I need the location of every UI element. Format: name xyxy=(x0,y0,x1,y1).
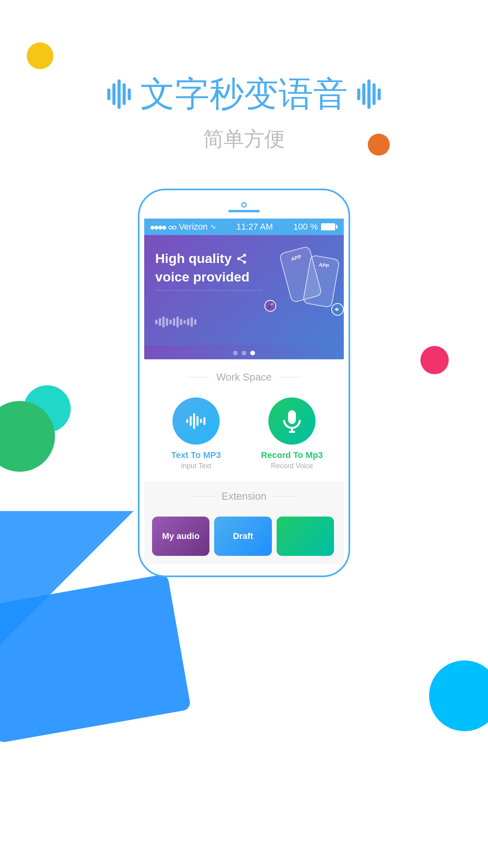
svg-rect-7 xyxy=(193,413,195,429)
extension-section: Extension My audio Draft xyxy=(144,482,344,564)
status-bar: Verizon ∿ 11:27 AM 100 % xyxy=(144,219,344,235)
signal-indicator xyxy=(150,222,176,232)
svg-rect-8 xyxy=(196,416,198,426)
status-left: Verizon ∿ xyxy=(150,222,216,232)
extension-section-title: Extension xyxy=(152,490,336,502)
workspace-section-title: Work Space xyxy=(152,371,336,383)
sound-wave-left xyxy=(107,79,131,109)
phone-mockup: Verizon ∿ 11:27 AM 100 % xyxy=(138,189,350,577)
microphone-icon xyxy=(280,409,304,433)
dot-1 xyxy=(233,351,238,355)
workspace-divider-right xyxy=(278,377,302,377)
svg-line-3 xyxy=(240,259,243,261)
extension-card-draft[interactable]: Draft xyxy=(214,517,272,556)
yellow-circle-decoration xyxy=(27,42,53,69)
extension-cards-row: My audio Draft xyxy=(152,517,336,556)
phone-speaker xyxy=(228,210,260,212)
record-to-mp3-sublabel: Record Voice xyxy=(271,462,313,470)
workspace-divider-left xyxy=(186,377,210,377)
dot-2 xyxy=(242,351,246,355)
app-headline: 文字秒变语音 xyxy=(0,71,488,118)
workspace-grid: Text To MP3 Input Text Record To Mp3 Rec… xyxy=(152,397,336,470)
svg-rect-10 xyxy=(204,417,205,425)
battery-fill xyxy=(322,224,334,230)
svg-line-4 xyxy=(240,256,243,258)
cyan-circle-decoration xyxy=(429,660,488,731)
headline-text: 文字秒变语音 xyxy=(140,71,348,118)
svg-rect-9 xyxy=(200,419,202,423)
header-subtitle: 简单方便 xyxy=(0,125,488,153)
battery-body xyxy=(321,223,335,230)
banner-text: High quality voice provided xyxy=(155,251,333,291)
extension-card-my-audio[interactable]: My audio xyxy=(152,517,209,556)
battery-icon xyxy=(321,223,338,230)
phone-top-elements xyxy=(144,202,344,212)
phone-camera xyxy=(241,202,247,208)
header-section: 文字秒变语音 简单方便 xyxy=(0,71,488,153)
share-icon xyxy=(236,253,248,265)
extension-divider-right xyxy=(273,496,296,497)
text-to-mp3-sublabel: Input Text xyxy=(181,462,211,470)
svg-point-1 xyxy=(237,257,240,260)
svg-rect-6 xyxy=(190,416,192,426)
svg-rect-5 xyxy=(186,419,188,423)
workspace-section: Work Space xyxy=(144,359,344,482)
banner-title-line2: voice provided xyxy=(155,269,333,285)
carrier-name: Verizon xyxy=(179,222,207,232)
dot-3-active xyxy=(250,351,255,355)
svg-point-0 xyxy=(243,254,246,257)
waveform-icon xyxy=(184,409,208,433)
pink-circle-decoration xyxy=(420,346,449,374)
workspace-item-record-to-mp3[interactable]: Record To Mp3 Record Voice xyxy=(248,397,336,470)
illus-mic-icon: 🎤 xyxy=(264,300,276,312)
svg-point-2 xyxy=(243,261,246,264)
extension-divider-left xyxy=(192,496,215,497)
text-to-mp3-label: Text To MP3 xyxy=(171,450,221,460)
illus-sound-icon xyxy=(331,303,344,316)
wifi-icon: ∿ xyxy=(210,223,216,231)
workspace-item-text-to-mp3[interactable]: Text To MP3 Input Text xyxy=(152,397,240,470)
status-time: 11:27 AM xyxy=(237,222,273,232)
phone-screen: Verizon ∿ 11:27 AM 100 % xyxy=(144,219,344,564)
text-to-mp3-icon-circle xyxy=(172,397,220,445)
promo-banner: High quality voice provided xyxy=(144,235,344,345)
status-right: 100 % xyxy=(294,222,338,232)
phone-frame: Verizon ∿ 11:27 AM 100 % xyxy=(138,189,350,577)
blue-rect-decoration xyxy=(0,574,191,743)
banner-divider xyxy=(155,290,262,291)
extension-card-3[interactable] xyxy=(277,517,334,556)
banner-wave-decoration xyxy=(155,316,196,327)
record-to-mp3-label: Record To Mp3 xyxy=(261,450,323,460)
sound-wave-right xyxy=(357,79,381,109)
battery-percent: 100 % xyxy=(294,222,318,232)
record-to-mp3-icon-circle xyxy=(268,397,316,445)
battery-cap xyxy=(336,225,338,229)
slider-dots xyxy=(144,345,344,359)
banner-title-line1: High quality xyxy=(155,251,333,266)
